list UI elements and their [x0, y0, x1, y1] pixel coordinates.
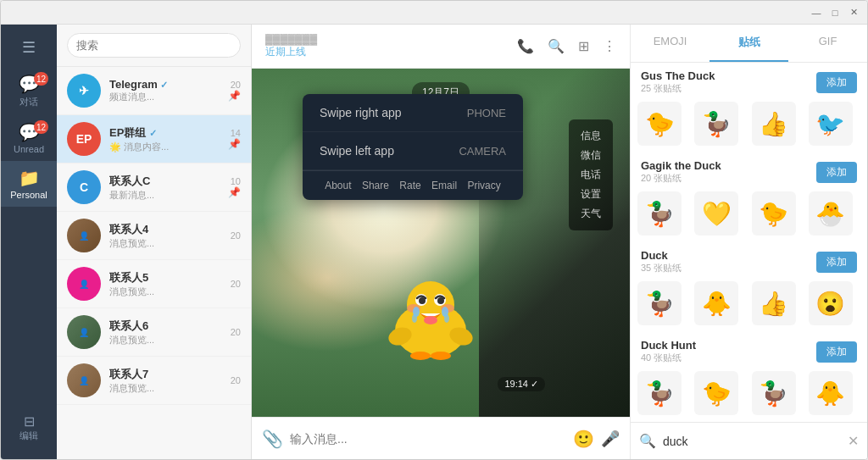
duck-sticker	[380, 264, 481, 366]
sticker-item[interactable]: 🦆	[637, 371, 682, 415]
context-menu: Swipe right app PHONE Swipe left app CAM…	[303, 94, 523, 200]
sidebar-item-unread[interactable]: 💬 Unread 12	[1, 115, 57, 161]
svg-point-16	[431, 352, 451, 360]
add-duck-button[interactable]: 添加	[816, 252, 857, 273]
swipe-left-label: Swipe left app	[320, 144, 394, 158]
chat-item-5[interactable]: 👤 联系人5 消息预览... 20	[57, 260, 251, 308]
add-gus-button[interactable]: 添加	[816, 72, 857, 93]
info-item-4[interactable]: 设置	[581, 185, 601, 204]
sticker-item[interactable]: 🐥	[809, 371, 853, 415]
chat-time-c: 10	[231, 176, 241, 186]
sticker-pack-count-duck: 35 张贴纸	[641, 262, 682, 274]
mic-icon[interactable]: 🎤	[601, 430, 620, 448]
chat-preview-4: 消息预览...	[109, 237, 227, 250]
chat-time-7: 20	[231, 375, 241, 385]
sticker-item[interactable]: 🦆	[752, 371, 796, 415]
sticker-item[interactable]: 🐤	[637, 102, 682, 146]
rate-link[interactable]: Rate	[399, 180, 420, 191]
avatar-telegram: ✈	[67, 74, 101, 108]
context-menu-links: About Share Rate Email Privacy	[303, 170, 523, 200]
sticker-search-input[interactable]	[663, 435, 848, 448]
attach-icon[interactable]: 📎	[262, 429, 283, 449]
chat-time-4: 20	[231, 230, 241, 241]
sticker-item[interactable]: 🦆	[694, 102, 738, 146]
tab-emoji[interactable]: EMOJI	[631, 25, 709, 62]
chat-header-actions: 📞 🔍 ⊞ ⋮	[517, 38, 616, 54]
view-button[interactable]: ⊞	[578, 38, 589, 54]
add-gagik-button[interactable]: 添加	[816, 162, 857, 183]
search-button[interactable]: 🔍	[548, 38, 565, 54]
info-item-3[interactable]: 电话	[581, 165, 601, 185]
about-link[interactable]: About	[325, 180, 351, 191]
context-menu-item-swipe-left[interactable]: Swipe left app CAMERA	[303, 132, 523, 170]
sticker-grid-gagik: 🦆 💛 🐤 🐣	[637, 191, 860, 236]
sticker-pack-name-gagik: Gagik the Duck	[641, 159, 721, 172]
info-item-5[interactable]: 天气	[581, 204, 601, 224]
maximize-button[interactable]: □	[828, 6, 842, 19]
chat-list: ✈ Telegram ✓ 频道消息... 20 📌 EP EP群组 ✓	[57, 67, 251, 459]
swipe-right-label: Swipe right app	[320, 106, 402, 119]
pin-icon-telegram: 📌	[228, 90, 241, 102]
title-bar-buttons: — □ ✕	[810, 6, 860, 19]
chat-list-panel: ✈ Telegram ✓ 频道消息... 20 📌 EP EP群组 ✓	[57, 25, 252, 459]
chat-item-telegram[interactable]: ✈ Telegram ✓ 频道消息... 20 📌	[57, 67, 251, 115]
sticker-item[interactable]: 🐥	[694, 281, 738, 325]
sidebar-chat-label: 对话	[19, 96, 38, 108]
pin-icon-ep: 📌	[228, 138, 241, 150]
svg-point-10	[412, 314, 417, 323]
chat-item-6[interactable]: 👤 联系人6 消息预览... 20	[57, 308, 251, 357]
swipe-left-value: CAMERA	[459, 145, 506, 158]
emoji-icon[interactable]: 🙂	[573, 429, 594, 449]
close-button[interactable]: ✕	[847, 6, 860, 19]
chat-meta-ep: 14 📌	[228, 128, 241, 150]
title-bar: — □ ✕	[1, 1, 867, 25]
sticker-item[interactable]: 🐤	[752, 191, 796, 236]
message-input[interactable]	[290, 432, 566, 446]
chat-preview-7: 消息预览...	[109, 382, 227, 395]
email-link[interactable]: Email	[431, 180, 457, 191]
sticker-pack-duck: Duck 35 张贴纸 添加 🦆 🐥 👍 😮	[637, 249, 860, 325]
sticker-pack-info-gagik: Gagik the Duck 20 张贴纸	[641, 159, 721, 185]
sticker-search-icon: 🔍	[639, 433, 656, 449]
sticker-item[interactable]: 🐣	[809, 191, 853, 236]
sticker-pack-name-duck: Duck	[641, 249, 682, 262]
privacy-link[interactable]: Privacy	[467, 180, 500, 191]
sticker-item[interactable]: 😮	[809, 281, 853, 325]
sticker-close-icon[interactable]: ✕	[848, 433, 859, 449]
tab-gif[interactable]: GIF	[788, 25, 867, 62]
sidebar-item-personal[interactable]: 📁 Personal	[1, 161, 57, 207]
sticker-item[interactable]: 💛	[694, 191, 738, 236]
phone-button[interactable]: 📞	[517, 38, 534, 54]
minimize-button[interactable]: —	[810, 6, 823, 19]
chat-main: ▓▓▓▓▓▓▓ 近期上线 📞 🔍 ⊞ ⋮ 12月7日	[252, 25, 630, 459]
tab-sticker[interactable]: 贴纸	[709, 25, 788, 62]
sidebar-item-filter[interactable]: ⊟ 编辑	[1, 407, 57, 449]
chat-meta-telegram: 20 📌	[228, 80, 241, 102]
search-bar	[57, 25, 251, 67]
sticker-item[interactable]: 🦆	[637, 191, 682, 236]
sticker-item[interactable]: 👍	[752, 102, 796, 146]
add-duckhunt-button[interactable]: 添加	[816, 341, 857, 363]
sticker-item[interactable]: 👍	[752, 281, 796, 325]
more-button[interactable]: ⋮	[603, 38, 616, 54]
info-item-2[interactable]: 微信	[581, 146, 601, 165]
info-item-1[interactable]: 信息	[581, 126, 601, 146]
chat-item-ep[interactable]: EP EP群组 ✓ 🌟 消息内容... 14 📌	[57, 115, 251, 163]
sticker-pack-gus: Gus The Duck 25 张贴纸 添加 🐤 🦆 👍 🐦	[637, 69, 860, 146]
share-link[interactable]: Share	[362, 180, 389, 191]
sidebar-item-chat[interactable]: 💬 对话 12	[1, 67, 57, 115]
sticker-search-footer: 🔍 ✕	[631, 422, 867, 459]
sticker-item[interactable]: 🦆	[637, 281, 682, 325]
sticker-item[interactable]: 🐤	[694, 371, 738, 415]
sidebar-top[interactable]: ☰	[1, 31, 57, 64]
chat-preview-c: 最新消息...	[109, 189, 225, 202]
chat-item-4[interactable]: 👤 联系人4 消息预览... 20	[57, 212, 251, 260]
sticker-grid-duck: 🦆 🐥 👍 😮	[637, 281, 860, 325]
sticker-item[interactable]: 🐦	[809, 102, 853, 146]
context-menu-item-swipe-right[interactable]: Swipe right app PHONE	[303, 94, 523, 132]
search-input[interactable]	[67, 33, 241, 58]
chat-footer: 📎 🙂 🎤	[252, 417, 630, 459]
chat-item-7[interactable]: 👤 联系人7 消息预览... 20	[57, 357, 251, 405]
chat-item-c[interactable]: C 联系人C 最新消息... 10 📌	[57, 163, 251, 212]
sidebar-personal-label: Personal	[10, 190, 47, 200]
